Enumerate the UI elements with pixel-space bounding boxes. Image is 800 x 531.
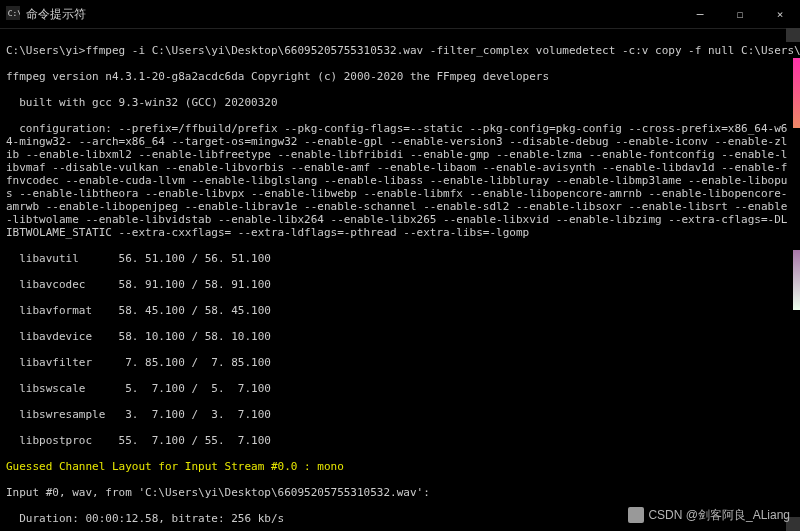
lib-line: libpostproc 55. 7.100 / 55. 7.100	[6, 434, 794, 447]
close-button[interactable]: ×	[760, 0, 800, 28]
lib-line: libswresample 3. 7.100 / 3. 7.100	[6, 408, 794, 421]
lib-line: libswscale 5. 7.100 / 5. 7.100	[6, 382, 794, 395]
window-title: 命令提示符	[26, 8, 86, 21]
lib-line: libavcodec 58. 91.100 / 58. 91.100	[6, 278, 794, 291]
cmd-icon: C:\	[6, 6, 20, 23]
right-edge-deco	[793, 58, 800, 128]
watermark: CSDN @剑客阿良_ALiang	[628, 507, 790, 523]
maximize-button[interactable]: ☐	[720, 0, 760, 28]
lib-line: libavutil 56. 51.100 / 56. 51.100	[6, 252, 794, 265]
csdn-logo-icon	[628, 507, 644, 523]
guess-line: Guessed Channel Layout for Input Stream …	[6, 460, 794, 473]
title-left: C:\ 命令提示符	[0, 6, 86, 23]
lib-line: libavformat 58. 45.100 / 58. 45.100	[6, 304, 794, 317]
lib-line: libavdevice 58. 10.100 / 58. 10.100	[6, 330, 794, 343]
version-line: ffmpeg version n4.3.1-20-g8a2acdc6da Cop…	[6, 70, 794, 83]
right-edge-deco	[793, 250, 800, 310]
title-bar: C:\ 命令提示符 ─ ☐ ×	[0, 0, 800, 29]
lib-line: libavfilter 7. 85.100 / 7. 85.100	[6, 356, 794, 369]
built-line: built with gcc 9.3-win32 (GCC) 20200320	[6, 96, 794, 109]
window-controls: ─ ☐ ×	[680, 0, 800, 28]
svg-text:C:\: C:\	[8, 8, 20, 17]
config-line: configuration: --prefix=/ffbuild/prefix …	[6, 122, 794, 239]
terminal[interactable]: C:\Users\yi>ffmpeg -i C:\Users\yi\Deskto…	[0, 29, 800, 531]
input-line: Input #0, wav, from 'C:\Users\yi\Desktop…	[6, 486, 794, 499]
command-line: C:\Users\yi>ffmpeg -i C:\Users\yi\Deskto…	[6, 44, 794, 57]
scroll-up-button[interactable]	[786, 28, 800, 42]
minimize-button[interactable]: ─	[680, 0, 720, 28]
